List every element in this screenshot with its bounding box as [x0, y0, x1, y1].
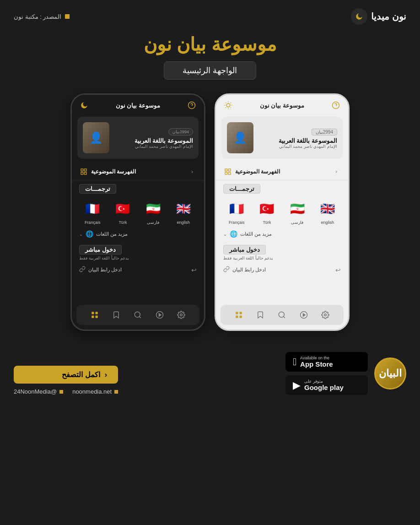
svg-rect-27: [228, 169, 231, 171]
dark-avatar-img: 👤: [83, 122, 109, 153]
light-avatar-img: 👤: [227, 122, 253, 153]
light-flag-en-img: 🇬🇧: [318, 199, 337, 218]
dark-phone-title: موسوعة بيان نون: [116, 102, 160, 109]
light-chevron-left: ‹: [332, 167, 341, 176]
dark-chevron-down: ⌄: [79, 232, 83, 237]
dark-direct-title: دخول مباشر: [79, 245, 122, 254]
light-direct-sub: يدعم حالياً اللغة العربية فقط: [223, 256, 273, 260]
light-avatar: 👤: [227, 122, 253, 153]
light-translations-title-row: ترجمـــات: [216, 180, 348, 195]
dark-nav-play[interactable]: [154, 309, 165, 320]
light-nav-search[interactable]: [276, 309, 287, 320]
svg-point-15: [226, 103, 230, 107]
dark-enter-link-icon: [79, 266, 86, 274]
dark-enter-text: ادخل رابط البيان: [88, 267, 122, 273]
light-sun-icon: [223, 100, 233, 110]
svg-rect-29: [225, 172, 227, 174]
bayan-logo: البيان: [374, 357, 406, 390]
light-phone-inner: موسوعة بيان نون 2994بيان: [216, 95, 348, 325]
svg-rect-28: [228, 172, 231, 174]
light-flag-ir-label: فارسی: [291, 220, 303, 225]
app-store-button[interactable]:  Available on the App Store: [285, 352, 368, 372]
svg-line-35: [284, 316, 285, 318]
svg-rect-4: [84, 172, 86, 174]
app-store-small: Available on the: [300, 356, 333, 360]
light-flag-farsi[interactable]: 🇮🇷 فارسی: [288, 199, 307, 225]
svg-point-34: [279, 312, 285, 317]
dark-profile-name: الموسوعة باللغة العربية: [114, 137, 193, 144]
light-phone-title: موسوعة بيان نون: [260, 102, 304, 109]
light-more-lang-row[interactable]: مزيد من اللغات 🌐 ⌄: [216, 228, 348, 241]
dark-nav-search[interactable]: [132, 309, 143, 320]
subtitle-badge: الواجهة الرئيسية: [0, 61, 420, 80]
bottom-left: ‹ اكمل التصفح noonmedia.net @24NoonMedia: [14, 366, 118, 395]
phones-area: موسوعة بيان نون 2994بيان: [0, 93, 420, 331]
light-thematic-row[interactable]: ‹ الفهرسة الموضوعية: [216, 163, 348, 180]
social-dot-1: [114, 390, 118, 394]
svg-line-19: [231, 108, 231, 108]
light-flag-tr-img: 🇹🇷: [257, 199, 276, 218]
dark-translations-title: ترجمـــات: [79, 184, 116, 194]
light-profile-sub: الإمام المهدي ناصر محمد اليماني: [258, 144, 337, 149]
dark-flag-tr-label: Türk: [118, 220, 127, 225]
light-direct-title: دخول مباشر: [223, 245, 266, 254]
dark-flag-farsi[interactable]: 🇮🇷 فارسی: [144, 199, 163, 225]
dark-enter-row[interactable]: ↩ ادخل رابط البيان: [72, 262, 204, 277]
svg-rect-9: [92, 316, 94, 318]
social-site-text: noonmedia.net: [72, 388, 112, 395]
svg-rect-8: [95, 316, 97, 318]
social-site: noonmedia.net: [72, 388, 118, 395]
light-flag-english[interactable]: 🇬🇧 english: [318, 199, 337, 225]
light-flag-tr-label: Türk: [263, 220, 271, 225]
continue-button[interactable]: ‹ اكمل التصفح: [14, 366, 118, 384]
svg-rect-32: [239, 316, 242, 318]
dark-phone-topbar: موسوعة بيان نون: [72, 95, 204, 114]
light-flag-ir-img: 🇮🇷: [288, 199, 307, 218]
svg-rect-31: [239, 312, 242, 314]
store-buttons:  Available on the App Store ▶ متوفر على…: [285, 352, 368, 395]
dark-flag-francais[interactable]: 🇫🇷 Français: [83, 199, 102, 225]
dark-flag-turk[interactable]: 🇹🇷 Türk: [113, 199, 132, 225]
svg-point-38: [324, 314, 327, 316]
svg-rect-6: [92, 312, 94, 314]
light-navbar: [221, 305, 344, 325]
dark-more-lang-row[interactable]: مزيد من اللغات 🌐 ⌄: [72, 228, 204, 241]
dark-nav-settings[interactable]: [176, 309, 187, 320]
dark-nav-bookmark[interactable]: [111, 309, 122, 320]
svg-point-10: [135, 312, 140, 317]
light-nav-play[interactable]: [298, 309, 309, 320]
light-enter-link-icon: [223, 266, 230, 274]
dark-flag-english[interactable]: 🇬🇧 english: [174, 199, 193, 225]
light-more-lang-text: مزيد من اللغات: [240, 231, 272, 237]
light-enter-row[interactable]: ↩ ادخل رابط البيان: [216, 262, 348, 277]
dark-thematic-row[interactable]: ‹ الفهرسة الموضوعية: [72, 163, 204, 180]
light-profile-name: الموسوعة باللغة العربية: [258, 137, 337, 144]
light-profile-badge: 2994بيان: [312, 129, 337, 135]
svg-line-11: [140, 316, 141, 318]
social-handle: @24NoonMedia: [14, 388, 63, 395]
svg-line-22: [226, 108, 226, 108]
social-handle-text: @24NoonMedia: [14, 388, 57, 395]
light-enter-arrow-icon: ↩: [335, 266, 341, 274]
main-title: موسوعة بيان نون: [0, 34, 420, 55]
dark-translations-title-row: ترجمـــات: [72, 180, 204, 195]
dark-flag-en-img: 🇬🇧: [174, 199, 193, 218]
light-nav-settings[interactable]: [320, 309, 331, 320]
svg-rect-30: [236, 312, 238, 314]
dark-more-lang-text: مزيد من اللغات: [96, 231, 128, 237]
dark-moon-icon: [79, 100, 89, 110]
light-nav-bookmark[interactable]: [255, 309, 266, 320]
light-nav-grid[interactable]: [233, 309, 244, 320]
svg-rect-3: [84, 169, 86, 171]
source-label: المصدر : مكتبة نون: [14, 13, 70, 20]
light-profile-section: 2994بيان الموسوعة باللغة العربية الإمام …: [221, 117, 343, 159]
google-play-button[interactable]: ▶ متوفر على Google play: [285, 375, 368, 395]
light-direct-section: دخول مباشر يدعم حالياً اللغة العربية فقط: [216, 241, 348, 262]
light-help-icon: [331, 100, 341, 110]
light-flag-turk[interactable]: 🇹🇷 Türk: [257, 199, 276, 225]
dark-nav-grid[interactable]: [89, 309, 100, 320]
dark-enter-arrow-icon: ↩: [191, 266, 197, 274]
svg-rect-26: [225, 169, 227, 171]
dark-globe-icon: 🌐: [86, 230, 93, 238]
light-flag-francais[interactable]: 🇫🇷 Français: [227, 199, 246, 225]
